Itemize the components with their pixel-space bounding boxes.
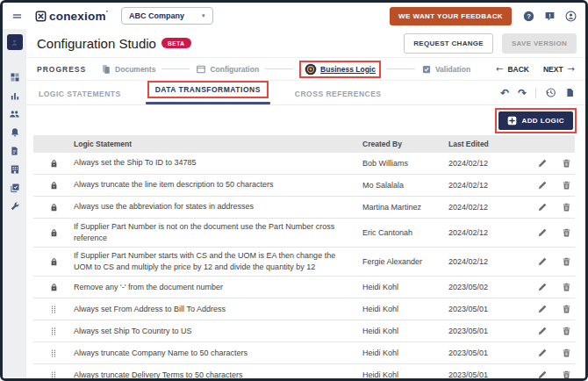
logic-statement-text: Always set Ship To Country to US: [74, 326, 362, 337]
save-version-button[interactable]: SAVE VERSION: [502, 33, 577, 54]
last-edited-text: 2023/05/02: [448, 283, 524, 291]
page-title: Configuration Studio: [37, 36, 156, 51]
trash-icon[interactable]: [562, 326, 571, 336]
plus-square-icon: [507, 116, 517, 126]
undo-icon[interactable]: ↶: [500, 88, 509, 98]
logic-statement-text: Always truncate Delivery Terms to 50 cha…: [74, 370, 362, 381]
trash-icon[interactable]: [562, 158, 571, 169]
sidebar-item[interactable]: [3, 123, 26, 141]
pencil-icon[interactable]: [537, 304, 548, 314]
pencil-icon[interactable]: [537, 227, 548, 238]
column-logic-statement: Logic Statement: [74, 139, 362, 149]
dashboard-icon: [10, 72, 20, 83]
trash-icon[interactable]: [562, 180, 571, 190]
last-edited-text: 2023/05/01: [448, 349, 524, 357]
created-by-text: Eric Cantonah: [362, 228, 448, 237]
logic-statement-text: Always truncate Company Name to 50 chara…: [74, 348, 362, 359]
header-tools: ?: [523, 11, 577, 22]
last-edited-text: 2024/02/12: [448, 203, 524, 212]
help-icon[interactable]: ?: [523, 11, 534, 22]
tabs-row: LOGIC STATEMENTS DATA TRANSFORMATIONS CR…: [26, 81, 585, 105]
table-row: Always set the Ship To ID to 34785 Bob W…: [33, 153, 575, 175]
annotation-highlight-add-logic: ADD LOGIC: [495, 108, 577, 133]
trash-icon[interactable]: [562, 348, 571, 358]
progress-step[interactable]: Validation: [381, 64, 470, 75]
copy-page-icon[interactable]: [565, 87, 575, 98]
sidebar-item[interactable]: [3, 160, 26, 178]
trash-icon[interactable]: [562, 256, 571, 267]
lock-icon: [49, 202, 59, 212]
sidebar-item[interactable]: [3, 141, 26, 160]
conexiom-logo: conexiom: [35, 9, 108, 23]
step-label: Configuration: [210, 65, 259, 74]
history-icon[interactable]: [545, 87, 556, 98]
drag-handle-icon[interactable]: [49, 326, 58, 337]
logic-statement-text: Always set From Address to Bill To Addre…: [74, 304, 362, 315]
sidebar-item[interactable]: [3, 178, 26, 197]
trash-icon[interactable]: [562, 227, 571, 238]
configuration-icon: [196, 64, 206, 75]
trash-icon[interactable]: [562, 304, 571, 314]
created-by-text: Bob Williams: [362, 159, 448, 168]
sidebar-item[interactable]: [3, 104, 26, 123]
feedback-button[interactable]: WE WANT YOUR FEEDBACK: [390, 7, 512, 25]
created-by-text: Martina Martinez: [362, 203, 448, 212]
step-connector: [265, 68, 293, 69]
created-by-text: Fergie Alexander: [362, 257, 448, 266]
sidebar-item[interactable]: [3, 86, 26, 104]
tab-content: ADD LOGIC Logic Statement Created By Las…: [26, 105, 585, 378]
redo-icon[interactable]: ↷: [518, 88, 527, 98]
table-row: Always set Ship To Country to US Heidi K…: [33, 320, 575, 342]
chat-icon[interactable]: [544, 11, 556, 22]
step-connector: [387, 68, 415, 69]
pencil-icon[interactable]: [537, 282, 548, 292]
last-edited-text: 2024/02/12: [448, 228, 524, 237]
tab-toolbar: ↶ ↷: [500, 87, 575, 104]
pencil-icon[interactable]: [537, 370, 548, 380]
column-last-edited: Last Edited: [448, 140, 524, 148]
drag-handle-icon[interactable]: [49, 304, 58, 315]
back-button[interactable]: ← BACK: [496, 65, 529, 74]
tab[interactable]: LOGIC STATEMENTS: [37, 90, 123, 104]
table-row: Always use the abbreviation for states i…: [33, 197, 575, 219]
pencil-icon[interactable]: [537, 326, 548, 336]
drag-handle-icon[interactable]: [49, 348, 58, 359]
progress-step[interactable]: Configuration: [155, 64, 259, 75]
pencil-icon[interactable]: [537, 348, 548, 358]
main-panel: Configuration Studio BETA REQUEST CHANGE…: [26, 29, 585, 378]
add-logic-button[interactable]: ADD LOGIC: [498, 111, 574, 130]
created-by-text: Heidi Kohl: [362, 349, 448, 357]
trash-icon[interactable]: [562, 370, 571, 380]
tab[interactable]: CROSS REFERENCES: [293, 90, 384, 104]
tab[interactable]: DATA TRANSFORMATIONS: [146, 81, 270, 104]
trash-icon[interactable]: [562, 282, 571, 292]
sidebar: [3, 29, 26, 378]
sidebar-item[interactable]: [3, 68, 26, 86]
sidebar-item[interactable]: [7, 34, 23, 50]
arrow-left-icon: ←: [496, 65, 503, 74]
lock-icon: [49, 256, 59, 267]
drag-handle-icon[interactable]: [49, 370, 58, 381]
request-change-button[interactable]: REQUEST CHANGE: [404, 33, 493, 54]
arrow-right-icon: →: [568, 65, 575, 74]
people-icon: [9, 108, 20, 119]
next-button[interactable]: NEXT →: [543, 65, 575, 74]
pencil-icon[interactable]: [537, 158, 548, 169]
document-icon: [10, 146, 19, 156]
logic-statement-text: Always use the abbreviation for states i…: [74, 201, 362, 212]
step-connector: [161, 68, 190, 69]
progress-label: PROGRESS: [37, 65, 86, 74]
company-selector[interactable]: ABC Company ▾: [121, 7, 213, 25]
pencil-icon[interactable]: [537, 202, 548, 212]
created-by-text: Heidi Kohl: [362, 370, 448, 379]
user-icon[interactable]: [565, 11, 577, 22]
progress-step[interactable]: Business Logic: [259, 61, 381, 78]
logic-statement-text: If Supplier Part Number starts with CS a…: [74, 250, 362, 273]
wrench-icon: [10, 201, 20, 212]
pencil-icon[interactable]: [537, 256, 548, 267]
sidebar-item[interactable]: [3, 197, 26, 215]
trash-icon[interactable]: [562, 202, 571, 212]
pencil-icon[interactable]: [537, 180, 548, 190]
menu-icon[interactable]: [10, 11, 24, 22]
progress-step[interactable]: Documents: [101, 64, 155, 75]
